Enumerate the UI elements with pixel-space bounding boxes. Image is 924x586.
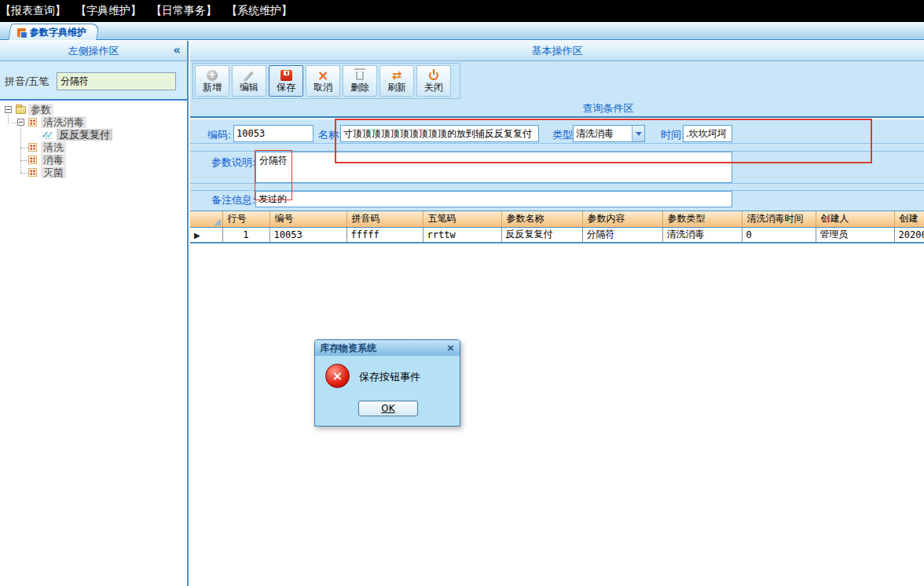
ok-button[interactable]: OK [358,401,418,416]
col-header-create-time[interactable]: 创建 [894,211,924,227]
folder-icon [16,106,26,114]
tree-node-label[interactable]: 消毒 [41,154,66,166]
tab-label: 参数字典维护 [30,26,86,39]
dialog-title: 库存物资系统 [320,342,446,355]
dialog-close-icon[interactable]: × [446,342,455,353]
menu-bar: 】 【报表查询】 【字典维护】 【日常事务】 【系统维护】 [0,0,924,22]
cell-param-type[interactable]: 清洗消毒 [662,227,742,243]
refresh-button-label: 刷新 [387,82,406,93]
tree-node-category[interactable]: 清洗消毒 [0,116,187,129]
col-header-param-content[interactable]: 参数内容 [582,211,662,227]
cell-param-content[interactable]: 分隔符 [582,227,662,243]
tree-node-label[interactable]: 参数 [28,104,53,115]
left-panel: 左侧操作区 « 拼音/五笔 参数 清洗消毒 [0,41,189,586]
left-panel-header: 左侧操作区 « [0,41,187,61]
tree-node-selected[interactable]: ✓✓ 反反复复付 [0,129,187,141]
power-icon [428,69,439,82]
row-marker-cell[interactable]: ▶ [190,227,222,243]
delete-button[interactable]: 删除 [343,65,377,97]
cell-clean-time[interactable]: 0 [742,227,816,243]
cell-rownum[interactable]: 1 [222,227,270,243]
col-header-wubi[interactable]: 五笔码 [423,211,501,227]
window-grid-icon [17,28,26,37]
add-button[interactable]: 新增 [195,65,229,97]
remark-input[interactable] [255,191,732,207]
tree-node-label[interactable]: 反反复复付 [57,129,112,141]
annotation-rect-name-row [335,119,872,163]
refresh-button[interactable]: ⇄ 刷新 [380,65,414,97]
cell-pinyin[interactable]: fffff [346,227,423,243]
tree-node-xiaodu[interactable]: 消毒 [0,154,187,167]
remark-label: 备注信息: [211,193,255,207]
grid-icon [28,118,37,126]
cell-param-name[interactable]: 反反复复付 [501,227,582,243]
pinyin-wubi-input[interactable] [57,72,176,90]
grid-icon [28,156,37,164]
save-button[interactable]: 保存 [269,65,303,97]
row-marker-icon: ▶ [194,231,200,240]
add-button-label: 新增 [203,82,222,93]
menu-item-partial[interactable]: 】 [0,0,6,22]
right-panel-header: 基本操作区 [190,41,924,61]
cell-creator[interactable]: 管理员 [816,227,894,243]
col-header-param-type[interactable]: 参数类型 [662,211,742,227]
refresh-icon: ⇄ [392,69,402,82]
add-icon [207,69,218,82]
close-button[interactable]: 关闭 [416,65,451,97]
dialog-title-bar[interactable]: 库存物资系统 × [315,340,460,356]
menu-item-dict-maintain[interactable]: 【字典维护】 [75,4,141,18]
cell-wubi[interactable]: rrttw [423,227,501,243]
delete-button-label: 删除 [350,82,369,93]
toolbar: 新增 编辑 保存 × 取消 删除 [190,61,924,101]
tree-node-label[interactable]: 灭菌 [41,167,66,178]
col-header-pinyin[interactable]: 拼音码 [346,211,423,227]
data-grid: 行号 编号 拼音码 五笔码 参数名称 参数内容 参数类型 清洗消毒时间 创建人 … [190,211,924,586]
cancel-icon: × [317,69,328,82]
ok-button-label: OK [381,403,394,414]
grid-icon [28,168,37,177]
cell-create-time[interactable]: 20200 [894,227,924,243]
table-row[interactable]: ▶ 1 10053 fffff rrttw 反反复复付 分隔符 清洗消毒 0 管… [190,227,924,243]
trash-icon [356,69,364,82]
annotation-rect-desc [255,150,292,200]
param-desc-label: 参数说明: [211,156,255,170]
tree-node-label[interactable]: 清洗消毒 [41,116,86,128]
query-section-title: 查询条件区 [190,101,924,118]
menu-item-system-maintain[interactable]: 【系统维护】 [226,4,292,18]
select-all-corner[interactable] [190,211,222,227]
save-icon [280,69,292,82]
cell-code[interactable]: 10053 [270,227,346,243]
tree-node-root[interactable]: 参数 [0,104,187,116]
right-panel-title: 基本操作区 [532,45,583,57]
cancel-button[interactable]: × 取消 [306,65,340,97]
tree-node-qingxi[interactable]: 清洗 [0,141,187,154]
message-dialog: 库存物资系统 × × 保存按钮事件 OK [314,339,460,427]
collapse-panel-button[interactable]: « [173,41,181,60]
col-header-rownum[interactable]: 行号 [222,211,270,227]
grid-icon [28,143,37,152]
edit-button-label: 编辑 [240,82,258,93]
cancel-button-label: 取消 [314,82,332,93]
col-header-creator[interactable]: 创建人 [816,211,894,227]
left-panel-title: 左侧操作区 [68,45,119,57]
app-window: 】 【报表查询】 【字典维护】 【日常事务】 【系统维护】 参数字典维护 左侧操… [0,0,924,586]
tree-node-label[interactable]: 清洗 [41,141,66,153]
col-header-code[interactable]: 编号 [270,211,346,227]
tree-collapse-box[interactable] [5,106,12,113]
edit-icon [248,69,251,82]
search-area: 拼音/五笔 [0,61,187,101]
double-check-icon: ✓✓ [41,129,53,141]
code-input[interactable] [233,125,314,142]
tree-node-miejun[interactable]: 灭菌 [0,167,187,179]
menu-item-report-query[interactable]: 【报表查询】 [0,4,66,18]
close-button-label: 关闭 [424,82,443,93]
col-header-param-name[interactable]: 参数名称 [501,211,582,227]
tab-param-dict[interactable]: 参数字典维护 [8,24,100,40]
menu-item-daily-affairs[interactable]: 【日常事务】 [151,4,217,18]
edit-button[interactable]: 编辑 [232,65,266,97]
tree-collapse-box[interactable] [17,119,24,126]
tab-bar: 参数字典维护 [0,22,924,40]
col-header-clean-time[interactable]: 清洗消毒时间 [742,211,816,227]
param-tree: 参数 清洗消毒 ✓✓ 反反复复付 清洗 消毒 灭菌 [0,101,187,586]
pinyin-wubi-label: 拼音/五笔 [5,75,49,89]
